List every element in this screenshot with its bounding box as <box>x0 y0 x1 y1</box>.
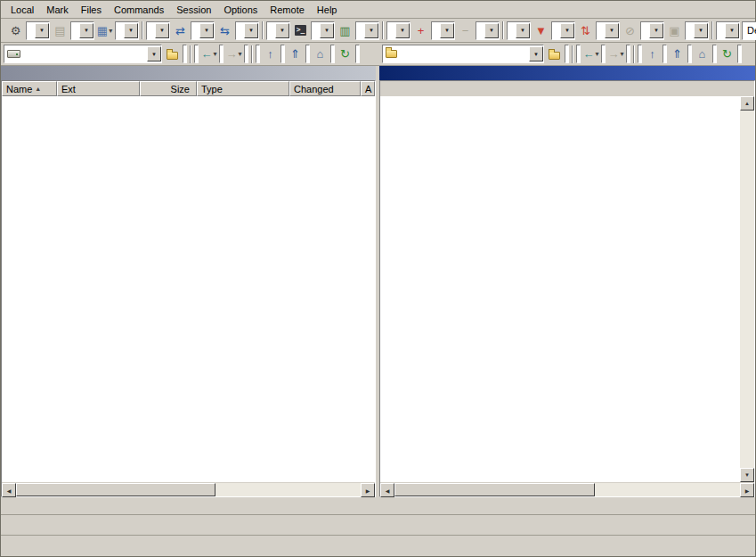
panel-status-line <box>1 497 755 515</box>
column-type[interactable]: Type <box>197 81 289 96</box>
main-toolbar: ⚙ ▾ ▤ ▾ <box>1 19 755 43</box>
open-directory-icon[interactable]: ▾ <box>544 45 565 64</box>
forward-icon[interactable]: → ▾ <box>224 45 244 64</box>
filter-icon[interactable] <box>685 21 709 40</box>
combo-dropdown-icon[interactable] <box>529 46 543 61</box>
dropdown-caret-icon[interactable]: ▾ <box>213 50 216 58</box>
remove-bookmark-icon[interactable] <box>476 21 500 40</box>
upload-download-icon[interactable] <box>596 21 620 40</box>
combo-dropdown-icon[interactable] <box>147 46 161 61</box>
refresh-icon[interactable]: ↻ ▾ <box>717 45 737 64</box>
menu-session[interactable]: Session <box>170 3 217 17</box>
column-ext[interactable]: Ext <box>57 81 140 96</box>
filter-icon[interactable]: ▣ ▾ <box>664 20 685 40</box>
local-path-bar[interactable] <box>1 66 376 80</box>
combo-dropdown-icon[interactable] <box>35 23 49 38</box>
queue-view-icon[interactable] <box>70 21 94 40</box>
dropdown-caret-icon[interactable]: ▾ <box>595 50 598 58</box>
refresh-icon[interactable]: ↻ ▾ <box>335 45 355 64</box>
synchronize-icon[interactable]: ⇄ ▾ <box>170 20 191 40</box>
scroll-right-icon[interactable] <box>740 483 754 497</box>
synchronize-icon[interactable] <box>191 21 215 40</box>
parent-directory-icon[interactable]: ↑ ▾ <box>260 45 280 64</box>
combo-dropdown-icon[interactable] <box>124 23 138 38</box>
open-directory-icon[interactable]: ▾ <box>162 45 183 64</box>
back-icon[interactable]: ← ▾ <box>199 45 219 64</box>
download-icon[interactable]: ▼ ▾ <box>531 20 551 40</box>
combo-dropdown-icon[interactable] <box>484 23 499 38</box>
dropdown-caret-icon[interactable]: ▾ <box>238 50 241 58</box>
combo-dropdown-icon[interactable] <box>275 23 289 38</box>
parent-directory-icon[interactable]: ↑ ▾ <box>642 45 663 64</box>
dropdown-caret-icon[interactable]: ▾ <box>109 27 112 35</box>
menu-mark[interactable]: Mark <box>40 3 74 17</box>
scroll-right-icon[interactable] <box>361 483 375 497</box>
remote-path-bar[interactable] <box>379 66 755 80</box>
local-horizontal-scrollbar[interactable] <box>2 482 375 496</box>
column-name[interactable]: Name ▲ <box>2 81 57 96</box>
scroll-left-icon[interactable] <box>2 483 16 497</box>
forward-icon[interactable]: → ▾ <box>606 45 626 64</box>
menu-files[interactable]: Files <box>75 3 108 17</box>
queue-view-icon[interactable]: ▤ ▾ <box>50 20 70 40</box>
console-icon[interactable] <box>311 21 335 40</box>
add-bookmark-icon[interactable] <box>431 21 455 40</box>
scroll-left-icon[interactable] <box>380 483 394 497</box>
column-size[interactable]: Size <box>140 81 197 96</box>
background-transfers-icon[interactable] <box>355 21 379 40</box>
remote-directory-combo[interactable] <box>382 45 544 63</box>
combo-dropdown-icon[interactable] <box>364 23 378 38</box>
home-directory-icon[interactable]: ⌂ ▾ <box>692 45 712 64</box>
combo-dropdown-icon[interactable] <box>79 23 93 38</box>
preferences-icon[interactable] <box>26 21 50 40</box>
combo-dropdown-icon[interactable] <box>244 23 258 38</box>
duplicate-session-icon[interactable]: ▦ ▾ <box>94 20 115 40</box>
upload-download-icon[interactable]: ⇅ ▾ <box>575 20 596 40</box>
panel-layout-icon[interactable] <box>742 45 756 64</box>
combo-dropdown-icon[interactable] <box>649 23 663 38</box>
scrollbar-thumb[interactable] <box>394 483 595 496</box>
column-attr[interactable]: A <box>361 81 375 96</box>
console-icon[interactable]: >_ ▾ <box>290 20 311 40</box>
menu-commands[interactable]: Commands <box>108 3 170 17</box>
remote-column-headers <box>380 81 754 96</box>
download-icon[interactable] <box>551 21 575 40</box>
combo-dropdown-icon[interactable] <box>395 23 410 38</box>
dropdown-caret-icon[interactable]: ▾ <box>620 50 623 58</box>
column-changed[interactable]: Changed <box>289 81 361 96</box>
abort-icon[interactable]: ⊘ ▾ <box>620 20 640 40</box>
combo-dropdown-icon[interactable] <box>560 23 574 38</box>
scrollbar-thumb[interactable] <box>16 483 215 496</box>
combo-dropdown-icon[interactable] <box>516 23 530 38</box>
combo-dropdown-icon[interactable] <box>155 23 169 38</box>
transfer-settings-combo[interactable]: Default <box>742 21 756 40</box>
compare-directories-icon[interactable] <box>235 21 259 40</box>
menu-local[interactable]: Local <box>4 3 40 17</box>
scroll-up-icon[interactable] <box>740 96 754 111</box>
combo-dropdown-icon[interactable] <box>199 23 214 38</box>
local-directory-combo[interactable] <box>4 45 162 63</box>
background-transfers-icon[interactable]: ▥ ▾ <box>335 20 355 40</box>
toolbar-separator <box>633 45 635 63</box>
abort-icon[interactable] <box>640 21 664 40</box>
combo-dropdown-icon[interactable] <box>440 23 454 38</box>
combo-dropdown-icon[interactable] <box>320 23 334 38</box>
menu-options[interactable]: Options <box>217 3 264 17</box>
menu-remote[interactable]: Remote <box>264 3 311 17</box>
preferences-icon[interactable]: ⚙ ▾ <box>5 20 26 40</box>
home-directory-icon[interactable]: ⌂ ▾ <box>310 45 330 64</box>
root-directory-icon[interactable]: ⇑ ▾ <box>285 45 305 64</box>
combo-dropdown-icon[interactable] <box>605 23 619 38</box>
duplicate-session-icon[interactable] <box>115 21 139 40</box>
add-bookmark-icon[interactable]: + ▾ <box>411 20 431 40</box>
root-directory-icon[interactable]: ⇑ ▾ <box>667 45 687 64</box>
remote-horizontal-scrollbar[interactable] <box>380 482 754 496</box>
remote-vertical-scrollbar[interactable] <box>740 96 754 482</box>
combo-dropdown-icon[interactable] <box>694 23 708 38</box>
compare-directories-icon[interactable]: ⇆ ▾ <box>215 20 235 40</box>
combo-dropdown-icon[interactable] <box>725 23 739 38</box>
back-icon[interactable]: ← ▾ <box>581 45 601 64</box>
remove-bookmark-icon[interactable]: − ▾ <box>455 20 476 40</box>
menu-help[interactable]: Help <box>311 3 344 17</box>
scroll-down-icon[interactable] <box>740 468 754 482</box>
